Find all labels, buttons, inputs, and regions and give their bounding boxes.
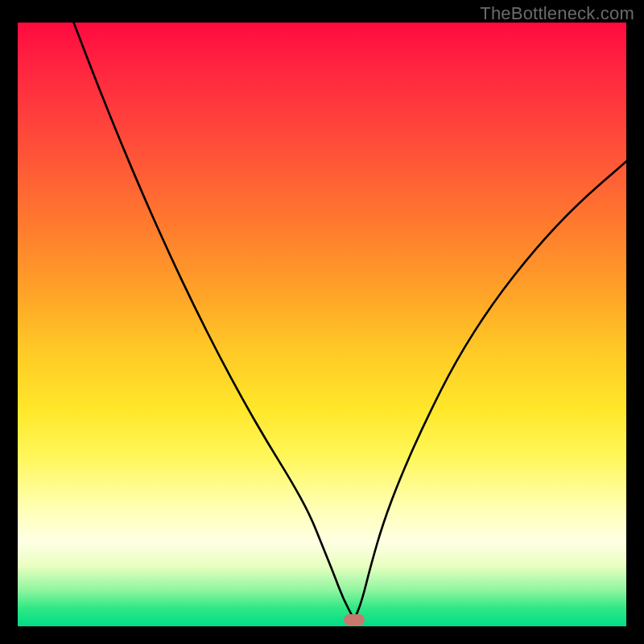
curve-left-branch	[74, 23, 355, 620]
bottleneck-curve	[18, 23, 626, 626]
optimal-point-marker	[344, 614, 365, 625]
watermark-text: TheBottleneck.com	[480, 3, 634, 24]
chart-container: TheBottleneck.com	[0, 0, 644, 644]
plot-area	[18, 23, 626, 626]
curve-right-branch	[354, 162, 626, 620]
